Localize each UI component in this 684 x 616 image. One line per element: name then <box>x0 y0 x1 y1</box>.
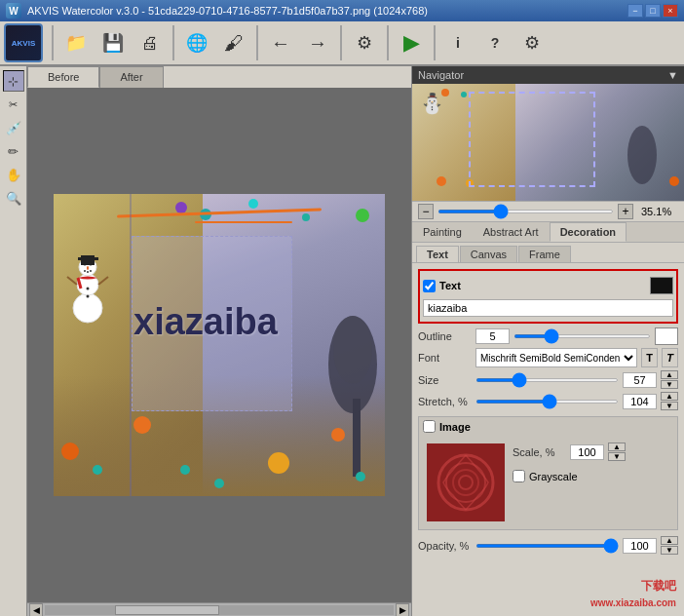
brush-btn[interactable]: 🖌 <box>216 25 251 60</box>
dot-teal-b3 <box>214 479 224 488</box>
close-button[interactable]: × <box>663 4 678 18</box>
navigator-view[interactable]: ⛄ <box>412 84 684 201</box>
outline-row: Outline <box>418 327 678 345</box>
arrow-right-btn[interactable]: → <box>300 25 335 60</box>
subtab-text[interactable]: Text <box>416 246 459 262</box>
main-content: ⊹ ✂ 💉 ✏ ✋ 🔍 Before After <box>0 66 684 616</box>
outline-value[interactable] <box>475 328 510 344</box>
minimize-button[interactable]: − <box>627 4 643 18</box>
text-input-field[interactable] <box>428 302 668 314</box>
opacity-down-btn[interactable]: ▼ <box>661 546 678 555</box>
size-spin[interactable]: ▲ ▼ <box>661 370 678 389</box>
opacity-up-btn[interactable]: ▲ <box>661 536 678 545</box>
opacity-spin[interactable]: ▲ ▼ <box>661 536 678 555</box>
gear2-btn[interactable]: ⚙ <box>514 25 550 60</box>
opacity-value[interactable] <box>623 538 657 554</box>
zoom-minus-btn[interactable]: − <box>418 204 434 219</box>
tab-painting[interactable]: Painting <box>412 222 473 242</box>
size-slider[interactable] <box>475 378 619 382</box>
font-italic-btn[interactable]: T <box>662 348 678 367</box>
image-section-header: Image <box>419 417 677 436</box>
text-input-container[interactable] <box>423 299 673 317</box>
titlebar-controls[interactable]: − □ × <box>627 4 678 18</box>
size-value[interactable] <box>623 372 657 388</box>
open-folder-btn[interactable]: 📁 <box>58 25 94 60</box>
h-scroll-track[interactable] <box>45 605 394 615</box>
image-section: Image <box>418 416 678 530</box>
left-sidebar: ⊹ ✂ 💉 ✏ ✋ 🔍 <box>0 66 27 616</box>
font-select[interactable]: Mischrift SemiBold SemiConden <box>475 348 637 367</box>
stretch-down-btn[interactable]: ▼ <box>661 402 678 410</box>
scale-spin[interactable]: ▲ ▼ <box>608 443 626 461</box>
h-scroll-thumb[interactable] <box>115 605 219 615</box>
stretch-up-btn[interactable]: ▲ <box>661 392 678 401</box>
maximize-button[interactable]: □ <box>645 4 661 18</box>
image-enabled-checkbox[interactable] <box>423 420 436 433</box>
image-preview-thumb[interactable] <box>427 443 505 521</box>
h-scrollbar[interactable]: ◀ ▶ <box>27 602 411 616</box>
dot-teal-2 <box>248 199 258 209</box>
dot-green-1 <box>356 209 369 222</box>
pen-tool[interactable]: ✏ <box>3 140 24 162</box>
text-section-header: Text <box>423 274 673 297</box>
outline-color-swatch[interactable] <box>655 327 678 345</box>
tab-after[interactable]: After <box>99 66 163 88</box>
text-color-swatch[interactable] <box>650 277 673 294</box>
toolbar-separator-1 <box>52 25 54 60</box>
crop-tool[interactable]: ✂ <box>3 94 24 115</box>
grayscale-label: Grayscale <box>529 471 578 482</box>
select-tool[interactable]: ⊹ <box>3 70 24 92</box>
window-title: AKVIS Watercolor v.3.0 - 51cda229-0710-4… <box>27 5 428 17</box>
grayscale-checkbox[interactable] <box>513 470 525 482</box>
scroll-right-btn[interactable]: ▶ <box>396 603 409 617</box>
scroll-left-btn[interactable]: ◀ <box>29 603 43 617</box>
stretch-spin[interactable]: ▲ ▼ <box>661 392 678 410</box>
opacity-row: Opacity, % ▲ ▼ <box>418 536 678 555</box>
save-btn[interactable]: 💾 <box>95 25 131 60</box>
zoom-plus-btn[interactable]: + <box>618 204 633 219</box>
help-btn[interactable]: ? <box>477 25 513 60</box>
subtab-frame[interactable]: Frame <box>518 246 571 262</box>
scale-row: Scale, % ▲ ▼ <box>513 443 626 461</box>
canvas-tabs: Before After <box>27 66 411 88</box>
dot-teal-b4 <box>356 472 365 481</box>
size-down-btn[interactable]: ▼ <box>661 380 678 389</box>
titlebar-left: W AKVIS Watercolor v.3.0 - 51cda229-0710… <box>6 3 428 19</box>
eyedropper-tool[interactable]: 💉 <box>3 117 24 138</box>
dot-teal-b1 <box>93 465 102 475</box>
image-section-label: Image <box>439 421 471 433</box>
outline-label: Outline <box>418 330 472 342</box>
settings-btn[interactable]: ⚙ <box>347 25 382 60</box>
arrow-left-btn[interactable]: ← <box>263 25 298 60</box>
font-bold-btn[interactable]: T <box>641 348 658 367</box>
size-up-btn[interactable]: ▲ <box>661 370 678 379</box>
play-btn[interactable]: ▶ <box>394 25 429 60</box>
svg-point-15 <box>87 288 90 290</box>
tree-canopy <box>326 311 380 418</box>
tab-abstract-art[interactable]: Abstract Art <box>473 222 550 242</box>
scale-up-btn[interactable]: ▲ <box>608 443 626 451</box>
watermark: 下载吧www.xiazaiba.com <box>590 578 676 611</box>
text-enabled-checkbox[interactable] <box>423 280 436 292</box>
globe-btn[interactable]: 🌐 <box>179 25 214 60</box>
canvas-image: xiazaiba <box>54 194 385 496</box>
app-logo: AKVIS <box>4 23 43 62</box>
stretch-label: Stretch, % <box>418 396 472 407</box>
hand-tool[interactable]: ✋ <box>3 164 24 185</box>
outline-slider[interactable] <box>513 334 651 338</box>
scale-down-btn[interactable]: ▼ <box>608 452 626 461</box>
canvas-viewport[interactable]: xiazaiba <box>27 88 411 602</box>
zoom-slider[interactable] <box>437 210 614 213</box>
stretch-value[interactable] <box>623 394 657 409</box>
stretch-slider[interactable] <box>475 400 619 404</box>
tab-before[interactable]: Before <box>27 66 99 88</box>
tab-decoration[interactable]: Decoration <box>550 222 627 242</box>
opacity-slider[interactable] <box>475 544 619 548</box>
print-btn[interactable]: 🖨 <box>133 25 168 60</box>
opacity-label: Opacity, % <box>418 540 472 552</box>
scale-value[interactable] <box>570 444 604 460</box>
main-toolbar: AKVIS 📁 💾 🖨 🌐 🖌 ← → ⚙ ▶ i ? ⚙ <box>0 21 684 66</box>
subtab-canvas[interactable]: Canvas <box>460 246 517 262</box>
zoom-tool[interactable]: 🔍 <box>3 187 24 209</box>
info-btn[interactable]: i <box>440 25 475 60</box>
